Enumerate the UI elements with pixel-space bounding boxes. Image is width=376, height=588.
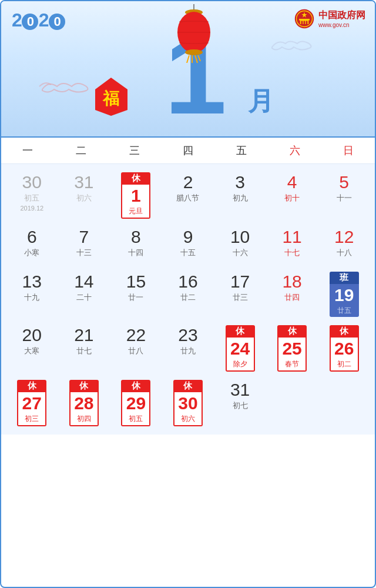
day-lunar: 初二 [331, 359, 358, 369]
work-badge-19: 班 [330, 272, 359, 284]
day-lunar: 初七 [233, 400, 248, 411]
day-number: 30 [174, 393, 202, 413]
weekday-mon: 一 [1, 143, 55, 158]
day-lunar: 初三 [18, 414, 45, 424]
holiday-badge-container-26: 休 26 初二 [327, 325, 362, 372]
day-cell-31: 31 初七 [214, 377, 266, 429]
day-cell-18: 18 廿四 [266, 269, 318, 319]
day-number: 28 [70, 393, 98, 413]
day-cell-23: 23 廿九 [162, 323, 214, 374]
day-lunar: 十七 [284, 248, 300, 258]
day-lunar: 腊八节 [176, 193, 199, 203]
day-lunar: 初九 [233, 193, 248, 203]
holiday-badge-28: 休 [69, 380, 99, 392]
svg-line-13 [187, 55, 189, 63]
prev-month-label: 2019.12 [20, 205, 43, 212]
day-number: 14 [74, 272, 93, 291]
day-cell-17: 17 廿三 [214, 269, 266, 319]
day-lunar: 二十 [76, 292, 92, 303]
calendar-section: 一 二 三 四 五 六 日 30 初五 2019.12 31 初六 休 1 元旦 [1, 136, 375, 435]
day-number: 22 [126, 325, 146, 345]
day-cell-prev-30: 30 初五 2019.12 [6, 170, 58, 221]
day-number: 23 [178, 325, 197, 345]
holiday-day-25: 25 春节 [277, 338, 307, 372]
svg-rect-3 [299, 19, 310, 21]
day-cell-3: 3 初九 [214, 170, 266, 221]
weekday-wed: 三 [108, 143, 162, 158]
day-cell-4: 4 初十 [266, 170, 318, 221]
empty-cell-2 [318, 377, 370, 429]
holiday-badge-container-25: 休 25 春节 [274, 325, 310, 372]
day-number: 9 [183, 227, 193, 246]
day-number: 29 [122, 393, 149, 413]
day-lunar: 春节 [278, 359, 306, 369]
day-number: 4 [287, 172, 297, 192]
day-lunar: 廿八 [128, 346, 143, 356]
day-cell-14: 14 二十 [58, 269, 110, 319]
day-cell-28: 休 28 初四 [58, 377, 110, 429]
day-cell-6: 6 小寒 [6, 225, 58, 266]
year-logo-0b: 0 [49, 14, 65, 30]
day-cell-25: 休 25 春节 [266, 323, 318, 374]
svg-point-12 [185, 49, 203, 55]
holiday-day-29: 29 初五 [121, 392, 150, 426]
day-cell-22: 22 廿八 [110, 323, 162, 374]
day-cell-2: 2 腊八节 [162, 170, 214, 221]
day-cell-9: 9 十五 [162, 225, 214, 266]
day-cell-prev-31: 31 初六 [58, 170, 110, 221]
day-cell-12: 12 十八 [318, 225, 370, 266]
holiday-day-24: 24 除夕 [226, 338, 255, 372]
day-cell-5: 5 十一 [318, 170, 370, 221]
day-cell-29: 休 29 初五 [110, 377, 162, 429]
day-cell-24: 休 24 除夕 [214, 323, 266, 374]
holiday-badge-container-27: 休 27 初三 [14, 380, 49, 426]
holiday-day-26: 26 初二 [330, 338, 359, 372]
day-number: 8 [131, 227, 141, 246]
weekday-tue: 二 [55, 143, 108, 158]
svg-rect-5 [304, 21, 306, 24]
day-lunar: 初十 [284, 193, 300, 203]
day-number: 24 [227, 339, 254, 358]
day-lunar: 廿一 [128, 292, 143, 303]
holiday-day-1: 1 元旦 [121, 185, 150, 219]
svg-line-16 [198, 55, 200, 61]
holiday-badge-container-1: 休 1 元旦 [118, 172, 153, 219]
month-yue: 月 [248, 84, 274, 119]
day-cell-30: 休 30 初六 [162, 377, 214, 429]
gov-name-label: 中国政府网 [318, 9, 365, 22]
day-lunar: 十六 [233, 248, 248, 258]
holiday-badge-25: 休 [277, 325, 307, 338]
day-lunar: 初六 [76, 193, 92, 203]
day-cell-20: 20 大寒 [6, 323, 58, 374]
empty-cell-1 [266, 377, 318, 429]
month-display: 1 月 [153, 7, 227, 131]
day-number: 6 [27, 227, 37, 246]
gov-emblem-icon [294, 8, 315, 29]
day-number: 1 [122, 186, 149, 205]
day-number: 7 [79, 227, 89, 246]
day-number: 19 [330, 285, 359, 305]
day-lunar: 廿五 [330, 306, 359, 316]
day-lunar: 元旦 [122, 206, 149, 216]
holiday-badge-container-29: 休 29 初五 [118, 380, 153, 426]
day-lunar: 除夕 [227, 359, 254, 369]
weekday-fri: 五 [214, 143, 268, 158]
holiday-day-28: 28 初四 [69, 392, 99, 426]
day-cell-27: 休 27 初三 [6, 377, 58, 429]
day-number: 20 [22, 325, 42, 345]
calendar-header: 2020 中国政府网 www.gov.cn [1, 1, 375, 136]
holiday-day-30: 30 初六 [173, 392, 203, 426]
day-number: 12 [334, 227, 354, 246]
holiday-badge-24: 休 [226, 325, 255, 338]
work-badge-container-19: 班 19 廿五 [327, 272, 362, 317]
day-number: 31 [74, 172, 93, 192]
weekday-sun: 日 [321, 143, 375, 158]
svg-line-15 [195, 55, 197, 63]
day-lunar: 十五 [180, 248, 196, 258]
day-lunar: 初五 [24, 193, 39, 203]
day-lunar: 廿三 [233, 292, 248, 303]
day-lunar: 初五 [122, 414, 149, 424]
day-number: 25 [278, 339, 306, 358]
holiday-badge-26: 休 [330, 325, 359, 338]
work-day-19: 19 廿五 [330, 284, 359, 317]
